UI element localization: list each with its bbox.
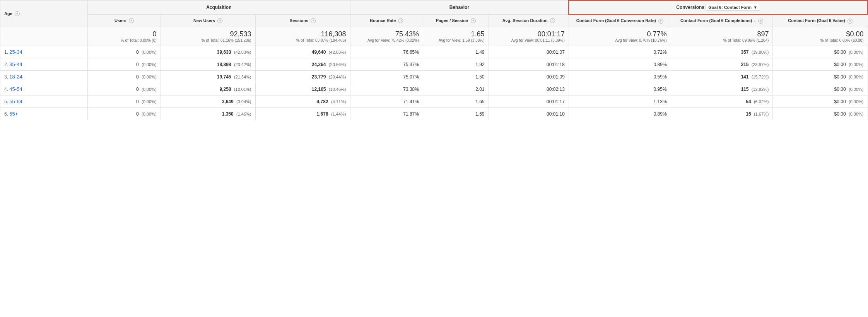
avg-session-cell-1: 00:01:18 — [489, 58, 569, 71]
completions-cell-4: 54 (6.02%) — [671, 95, 773, 108]
new-users-cell-4: 3,649 (3.94%) — [161, 95, 255, 108]
age-header: Age ? — [0, 0, 88, 27]
avg-session-help-icon[interactable]: ? — [550, 18, 555, 23]
summary-age-cell — [0, 27, 88, 46]
users-help-icon[interactable]: ? — [129, 18, 134, 23]
age-link[interactable]: 18-24 — [9, 74, 22, 80]
new-users-cell-0: 39,633 (42.83%) — [161, 46, 255, 58]
conversions-header: Conversions Goal 6: Contact Form ▼ — [569, 0, 868, 14]
behavior-header: Behavior — [350, 0, 569, 14]
value-cell-5: $0.00 (0.00%) — [773, 108, 868, 120]
pages-cell-4: 1.65 — [423, 95, 489, 108]
pages-cell-2: 1.50 — [423, 71, 489, 83]
analytics-table: Age ? Acquisition Behavior Conversions G… — [0, 0, 868, 120]
age-link[interactable]: 35-44 — [9, 61, 22, 67]
row-number: 6. — [4, 111, 8, 117]
sessions-cell-4: 4,782 (4.11%) — [255, 95, 350, 108]
value-cell-1: $0.00 (0.00%) — [773, 58, 868, 71]
row-number: 5. — [4, 99, 8, 104]
age-link[interactable]: 55-64 — [9, 99, 22, 104]
completions-cell-5: 15 (1.67%) — [671, 108, 773, 120]
pages-cell-0: 1.49 — [423, 46, 489, 58]
conv-rate-help-icon[interactable]: ? — [658, 19, 663, 24]
pages-session-col-header[interactable]: Pages / Session ? — [423, 14, 489, 27]
sessions-cell-2: 23,779 (20.44%) — [255, 71, 350, 83]
conv-rate-cell-0: 0.72% — [569, 46, 671, 58]
sort-down-icon: ↓ — [754, 18, 756, 24]
sessions-cell-1: 24,264 (20.86%) — [255, 58, 350, 71]
avg-session-cell-0: 00:01:07 — [489, 46, 569, 58]
sessions-cell-0: 49,640 (42.68%) — [255, 46, 350, 58]
goal-dropdown[interactable]: Goal 6: Contact Form ▼ — [706, 4, 760, 11]
age-link[interactable]: 25-34 — [9, 49, 22, 55]
summary-pages: 1.65 Avg for View: 1.59 (3.38%) — [423, 27, 489, 46]
age-cell-4: 5. 55-64 — [0, 95, 88, 108]
avg-session-cell-4: 00:01:17 — [489, 95, 569, 108]
sessions-col-header[interactable]: Sessions ? — [255, 14, 350, 27]
table-row: 2. 35-44 0 (0.00%) 18,898 (20.42%) 24,26… — [0, 58, 868, 71]
avg-session-cell-2: 00:01:09 — [489, 71, 569, 83]
value-cell-4: $0.00 (0.00%) — [773, 95, 868, 108]
completions-col-header[interactable]: Contact Form (Goal 6 Completions) ↓ ? — [671, 14, 773, 27]
sessions-help-icon[interactable]: ? — [311, 18, 316, 23]
summary-row: 0 % of Total: 0.00% (0) 92,533 % of Tota… — [0, 27, 868, 46]
age-link[interactable]: 45-54 — [9, 86, 22, 92]
summary-conv-rate: 0.77% Avg for View: 0.70% (10.76%) — [569, 27, 671, 46]
bounce-rate-cell-4: 71.41% — [350, 95, 423, 108]
new-users-help-icon[interactable]: ? — [217, 18, 222, 23]
completions-cell-3: 115 (12.82%) — [671, 83, 773, 95]
age-cell-1: 2. 35-44 — [0, 58, 88, 71]
pages-cell-5: 1.69 — [423, 108, 489, 120]
value-help-icon[interactable]: ? — [847, 19, 853, 24]
avg-session-cell-5: 00:01:10 — [489, 108, 569, 120]
bounce-rate-cell-3: 73.38% — [350, 83, 423, 95]
summary-sessions: 116,308 % of Total: 63.07% (184,406) — [255, 27, 350, 46]
summary-value: $0.00 % of Total: 0.00% ($0.00) — [773, 27, 868, 46]
row-number: 3. — [4, 74, 8, 80]
summary-completions: 897 % of Total: 69.86% (1,284) — [671, 27, 773, 46]
conv-rate-col-header[interactable]: Contact Form (Goal 6 Conversion Rate) ? — [569, 14, 671, 27]
new-users-cell-5: 1,350 (1.46%) — [161, 108, 255, 120]
users-col-header[interactable]: Users ? — [88, 14, 161, 27]
pages-cell-1: 1.92 — [423, 58, 489, 71]
age-cell-0: 1. 25-34 — [0, 46, 88, 58]
bounce-rate-cell-2: 75.07% — [350, 71, 423, 83]
bounce-rate-cell-5: 71.87% — [350, 108, 423, 120]
new-users-col-header[interactable]: New Users ? — [161, 14, 255, 27]
table-row: 1. 25-34 0 (0.00%) 39,633 (42.83%) 49,64… — [0, 46, 868, 58]
avg-session-col-header[interactable]: Avg. Session Duration ? — [489, 14, 569, 27]
conv-rate-cell-3: 0.95% — [569, 83, 671, 95]
users-cell-5: 0 (0.00%) — [88, 108, 161, 120]
behavior-label: Behavior — [449, 5, 469, 10]
users-cell-2: 0 (0.00%) — [88, 71, 161, 83]
pages-cell-3: 2.01 — [423, 83, 489, 95]
bounce-rate-col-header[interactable]: Bounce Rate ? — [350, 14, 423, 27]
new-users-cell-3: 9,258 (10.01%) — [161, 83, 255, 95]
goal-dropdown-label: Goal 6: Contact Form — [708, 5, 752, 10]
conv-rate-cell-2: 0.59% — [569, 71, 671, 83]
new-users-cell-1: 18,898 (20.42%) — [161, 58, 255, 71]
completions-cell-1: 215 (23.97%) — [671, 58, 773, 71]
users-cell-4: 0 (0.00%) — [88, 95, 161, 108]
pages-help-icon[interactable]: ? — [471, 18, 476, 23]
age-help-icon[interactable]: ? — [15, 11, 20, 16]
acquisition-label: Acquisition — [206, 5, 231, 10]
age-cell-3: 4. 45-54 — [0, 83, 88, 95]
sessions-cell-5: 1,678 (1.44%) — [255, 108, 350, 120]
value-col-header[interactable]: Contact Form (Goal 6 Value) ? — [773, 14, 868, 27]
completions-help-icon[interactable]: ? — [758, 19, 763, 24]
conv-rate-cell-4: 1.13% — [569, 95, 671, 108]
chevron-down-icon: ▼ — [753, 5, 757, 10]
conv-rate-cell-5: 0.89% — [569, 108, 671, 120]
value-cell-2: $0.00 (0.00%) — [773, 71, 868, 83]
users-cell-3: 0 (0.00%) — [88, 83, 161, 95]
table-row: 3. 18-24 0 (0.00%) 19,745 (21.34%) 23,77… — [0, 71, 868, 83]
age-link[interactable]: 65+ — [9, 111, 18, 117]
users-cell-1: 0 (0.00%) — [88, 58, 161, 71]
bounce-help-icon[interactable]: ? — [398, 18, 403, 23]
conversions-label: Conversions — [676, 5, 704, 10]
age-cell-5: 6. 65+ — [0, 108, 88, 120]
summary-bounce-rate: 75.43% Avg for View: 75.42% (0.02%) — [350, 27, 423, 46]
table-row: 5. 55-64 0 (0.00%) 3,649 (3.94%) 4,782 (… — [0, 95, 868, 108]
row-number: 1. — [4, 49, 8, 55]
